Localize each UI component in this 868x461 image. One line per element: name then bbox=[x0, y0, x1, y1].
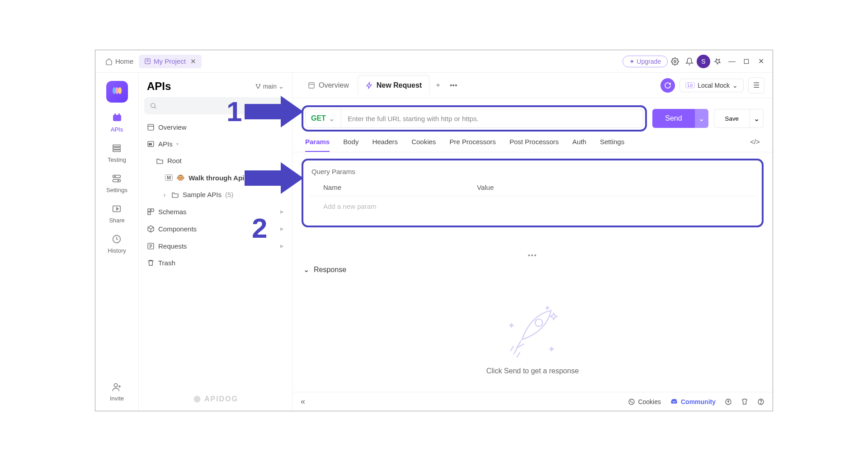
save-dropdown[interactable]: ⌄ bbox=[750, 109, 764, 128]
add-tab-button[interactable]: ＋ bbox=[431, 80, 445, 90]
rail-testing[interactable]: Testing bbox=[108, 142, 126, 163]
tab-more-icon[interactable]: ••• bbox=[447, 81, 460, 89]
upload-icon[interactable] bbox=[725, 398, 732, 405]
maximize-icon[interactable] bbox=[739, 54, 754, 69]
chevron-down-icon: ⌄ bbox=[329, 114, 335, 123]
rail-apis[interactable]: APIs bbox=[111, 112, 123, 133]
svg-rect-10 bbox=[113, 179, 121, 182]
subtab-cookies[interactable]: Cookies bbox=[411, 138, 436, 152]
app-logo[interactable] bbox=[106, 81, 128, 103]
testing-icon bbox=[110, 142, 123, 155]
refresh-button[interactable] bbox=[660, 78, 675, 93]
divider-dots-icon[interactable]: ••• bbox=[292, 234, 773, 259]
folder-icon bbox=[171, 191, 179, 198]
send-dropdown[interactable]: ⌄ bbox=[695, 109, 708, 128]
window-close-icon[interactable]: ✕ bbox=[754, 54, 768, 69]
svg-rect-24 bbox=[151, 209, 154, 212]
sidebar-apis[interactable]: 96 APIs ▾ bbox=[143, 136, 288, 152]
footer: « Cookies Community bbox=[292, 392, 773, 411]
discord-icon bbox=[670, 398, 678, 406]
history-icon bbox=[110, 233, 123, 245]
svg-point-36 bbox=[760, 403, 761, 403]
collapse-left-icon[interactable]: « bbox=[301, 397, 305, 406]
window-bar: Home My Project ✕ ✦ Upgrade S — ✕ bbox=[95, 50, 773, 73]
params-table-header: Name Value bbox=[310, 179, 755, 196]
svg-point-12 bbox=[118, 180, 119, 181]
home-icon bbox=[105, 58, 113, 65]
project-icon bbox=[144, 58, 151, 65]
upgrade-button[interactable]: ✦ Upgrade bbox=[623, 56, 668, 67]
bell-icon[interactable] bbox=[682, 54, 697, 69]
project-tab[interactable]: My Project ✕ bbox=[139, 55, 202, 68]
home-tab-label: Home bbox=[115, 57, 133, 65]
svg-point-31 bbox=[629, 399, 634, 405]
code-view-icon[interactable]: </> bbox=[750, 138, 760, 152]
svg-rect-9 bbox=[113, 175, 121, 178]
footer-cookies[interactable]: Cookies bbox=[628, 398, 661, 405]
cookie-icon bbox=[628, 398, 635, 405]
svg-rect-8 bbox=[113, 150, 121, 152]
svg-point-30 bbox=[546, 307, 548, 309]
url-input[interactable]: Enter the full URL starting with http or… bbox=[341, 109, 643, 128]
sparkle-icon: ✦ bbox=[629, 58, 635, 65]
svg-point-29 bbox=[535, 319, 542, 326]
tab-new-request[interactable]: New Request bbox=[358, 75, 429, 95]
svg-rect-4 bbox=[114, 113, 116, 115]
branch-selector[interactable]: main ⌄ bbox=[255, 83, 284, 90]
chevron-right-icon: ▸ bbox=[280, 242, 284, 250]
refresh-icon bbox=[664, 82, 671, 89]
close-icon[interactable]: ✕ bbox=[190, 57, 196, 66]
svg-rect-28 bbox=[309, 83, 314, 88]
tshirt-icon[interactable] bbox=[741, 398, 748, 405]
subtab-settings[interactable]: Settings bbox=[600, 138, 624, 152]
tab-overview[interactable]: Overview bbox=[301, 76, 356, 95]
pin-icon[interactable] bbox=[710, 54, 725, 69]
search-icon bbox=[150, 102, 157, 109]
annotation-2: 2 bbox=[245, 162, 303, 226]
svg-text:96: 96 bbox=[149, 143, 151, 146]
subtab-pre[interactable]: Pre Processors bbox=[449, 138, 496, 152]
request-subtabs: Params Body Headers Cookies Pre Processo… bbox=[292, 132, 773, 152]
gear-icon[interactable] bbox=[668, 54, 682, 69]
folder-icon bbox=[156, 157, 164, 165]
rail-invite[interactable]: Invite bbox=[110, 381, 124, 402]
rail-share[interactable]: Share bbox=[109, 202, 125, 224]
response-empty-text: Click Send to get a response bbox=[486, 367, 579, 375]
response-header[interactable]: ⌄ Response bbox=[292, 259, 773, 280]
rail-settings[interactable]: Settings bbox=[106, 172, 127, 193]
lightning-icon bbox=[366, 82, 373, 89]
add-param-input[interactable]: Add a new param bbox=[310, 196, 755, 216]
subtab-post[interactable]: Post Processors bbox=[509, 138, 559, 152]
svg-rect-3 bbox=[113, 115, 121, 121]
footer-community[interactable]: Community bbox=[670, 398, 716, 406]
svg-point-19 bbox=[151, 103, 155, 108]
save-button[interactable]: Save bbox=[714, 109, 750, 128]
chevron-down-icon: ⌄ bbox=[278, 83, 284, 90]
subtab-headers[interactable]: Headers bbox=[372, 138, 398, 152]
home-tab[interactable]: Home bbox=[100, 55, 139, 68]
help-icon[interactable] bbox=[757, 398, 764, 405]
rail-history[interactable]: History bbox=[108, 233, 126, 254]
method-selector[interactable]: GET ⌄ bbox=[305, 109, 341, 128]
annotation-1: 1 bbox=[226, 95, 303, 127]
send-button[interactable]: Send bbox=[652, 109, 694, 128]
settings-icon bbox=[110, 172, 123, 185]
svg-rect-2 bbox=[744, 59, 748, 63]
minimize-icon[interactable]: — bbox=[725, 54, 739, 69]
environment-selector[interactable]: Lo Local Mock ⌄ bbox=[679, 79, 744, 92]
main-panel: Overview New Request ＋ ••• Lo Local Mock… bbox=[292, 73, 773, 411]
components-icon bbox=[147, 225, 155, 233]
subtab-auth[interactable]: Auth bbox=[572, 138, 586, 152]
project-tab-label: My Project bbox=[154, 57, 186, 65]
svg-point-32 bbox=[631, 401, 631, 401]
subtab-body[interactable]: Body bbox=[343, 138, 359, 152]
svg-rect-7 bbox=[113, 147, 121, 149]
brand-footer: APIDOG bbox=[139, 387, 292, 411]
overview-tab-icon bbox=[308, 82, 315, 89]
subtab-params[interactable]: Params bbox=[305, 138, 330, 152]
sidebar-trash[interactable]: Trash bbox=[143, 254, 288, 271]
hamburger-icon[interactable]: ☰ bbox=[748, 77, 764, 94]
svg-point-1 bbox=[674, 60, 676, 62]
avatar[interactable]: S bbox=[697, 55, 710, 68]
svg-point-27 bbox=[193, 396, 200, 403]
